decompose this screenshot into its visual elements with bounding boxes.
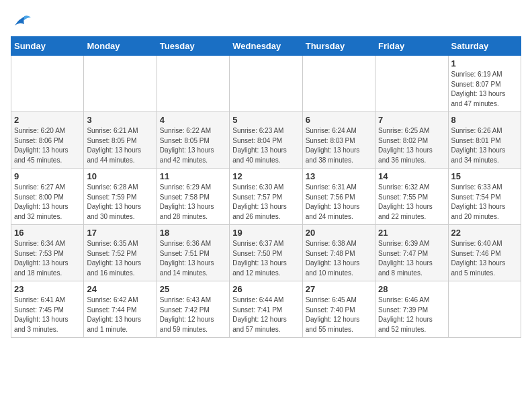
day-info: Sunrise: 6:45 AM Sunset: 7:40 PM Dayligh… [306,295,372,334]
day-number: 24 [87,284,153,294]
calendar-cell [230,56,302,112]
day-info: Sunrise: 6:28 AM Sunset: 7:59 PM Dayligh… [87,183,153,222]
day-number: 10 [87,171,153,181]
day-number: 26 [232,284,299,294]
calendar-cell: 22Sunrise: 6:40 AM Sunset: 7:46 PM Dayli… [448,225,521,281]
day-number: 21 [378,228,445,238]
calendar-week-row: 16Sunrise: 6:34 AM Sunset: 7:53 PM Dayli… [11,225,521,281]
calendar-cell: 4Sunrise: 6:22 AM Sunset: 8:05 PM Daylig… [157,112,229,169]
day-number: 12 [232,171,299,181]
day-info: Sunrise: 6:32 AM Sunset: 7:55 PM Dayligh… [378,183,445,222]
calendar-table: SundayMondayTuesdayWednesdayThursdayFrid… [11,36,521,338]
calendar-cell: 10Sunrise: 6:28 AM Sunset: 7:59 PM Dayli… [84,169,157,225]
day-info: Sunrise: 6:41 AM Sunset: 7:45 PM Dayligh… [14,295,81,334]
calendar-cell: 26Sunrise: 6:44 AM Sunset: 7:41 PM Dayli… [230,281,302,338]
weekday-header-monday: Monday [84,37,157,56]
calendar-cell [11,56,84,112]
day-number: 9 [14,171,81,181]
day-number: 13 [306,171,372,181]
day-number: 27 [306,284,372,294]
weekday-header-tuesday: Tuesday [157,37,229,56]
calendar-week-row: 1Sunrise: 6:19 AM Sunset: 8:07 PM Daylig… [11,56,521,112]
calendar-week-row: 9Sunrise: 6:27 AM Sunset: 8:00 PM Daylig… [11,169,521,225]
day-info: Sunrise: 6:40 AM Sunset: 7:46 PM Dayligh… [451,239,518,278]
calendar-cell: 28Sunrise: 6:46 AM Sunset: 7:39 PM Dayli… [375,281,448,338]
weekday-header-wednesday: Wednesday [230,37,302,56]
day-info: Sunrise: 6:25 AM Sunset: 8:02 PM Dayligh… [378,126,445,165]
calendar-cell: 16Sunrise: 6:34 AM Sunset: 7:53 PM Dayli… [11,225,84,281]
calendar-cell [448,281,521,338]
day-info: Sunrise: 6:38 AM Sunset: 7:48 PM Dayligh… [306,239,372,278]
day-info: Sunrise: 6:43 AM Sunset: 7:42 PM Dayligh… [160,295,226,334]
day-number: 25 [160,284,226,294]
day-info: Sunrise: 6:44 AM Sunset: 7:41 PM Dayligh… [232,295,299,334]
day-info: Sunrise: 6:20 AM Sunset: 8:06 PM Dayligh… [14,126,81,165]
calendar-cell: 24Sunrise: 6:42 AM Sunset: 7:44 PM Dayli… [84,281,157,338]
day-number: 22 [451,228,518,238]
calendar-cell: 1Sunrise: 6:19 AM Sunset: 8:07 PM Daylig… [448,56,521,112]
day-number: 2 [14,115,81,125]
calendar-cell: 6Sunrise: 6:24 AM Sunset: 8:03 PM Daylig… [302,112,375,169]
calendar-cell: 19Sunrise: 6:37 AM Sunset: 7:50 PM Dayli… [230,225,302,281]
weekday-header-row: SundayMondayTuesdayWednesdayThursdayFrid… [11,37,521,56]
calendar-cell: 23Sunrise: 6:41 AM Sunset: 7:45 PM Dayli… [11,281,84,338]
day-info: Sunrise: 6:33 AM Sunset: 7:54 PM Dayligh… [451,183,518,222]
day-number: 15 [451,171,518,181]
calendar-cell: 18Sunrise: 6:36 AM Sunset: 7:51 PM Dayli… [157,225,229,281]
day-number: 19 [232,228,299,238]
day-info: Sunrise: 6:46 AM Sunset: 7:39 PM Dayligh… [378,295,445,334]
calendar-cell: 8Sunrise: 6:26 AM Sunset: 8:01 PM Daylig… [448,112,521,169]
calendar-cell: 7Sunrise: 6:25 AM Sunset: 8:02 PM Daylig… [375,112,448,169]
weekday-header-sunday: Sunday [11,37,84,56]
day-number: 7 [378,115,445,125]
logo-bird-icon [12,13,31,28]
day-info: Sunrise: 6:42 AM Sunset: 7:44 PM Dayligh… [87,295,153,334]
day-number: 16 [14,228,81,238]
calendar-cell: 21Sunrise: 6:39 AM Sunset: 7:47 PM Dayli… [375,225,448,281]
day-info: Sunrise: 6:21 AM Sunset: 8:05 PM Dayligh… [87,126,153,165]
day-number: 4 [160,115,226,125]
calendar-cell [302,56,375,112]
day-info: Sunrise: 6:30 AM Sunset: 7:57 PM Dayligh… [232,183,299,222]
day-info: Sunrise: 6:39 AM Sunset: 7:47 PM Dayligh… [378,239,445,278]
calendar-cell: 9Sunrise: 6:27 AM Sunset: 8:00 PM Daylig… [11,169,84,225]
day-number: 23 [14,284,81,294]
logo [11,13,31,31]
day-info: Sunrise: 6:26 AM Sunset: 8:01 PM Dayligh… [451,126,518,165]
day-number: 6 [306,115,372,125]
calendar-cell: 13Sunrise: 6:31 AM Sunset: 7:56 PM Dayli… [302,169,375,225]
calendar-cell [84,56,157,112]
weekday-header-friday: Friday [375,37,448,56]
day-number: 14 [378,171,445,181]
calendar-cell: 11Sunrise: 6:29 AM Sunset: 7:58 PM Dayli… [157,169,229,225]
day-number: 28 [378,284,445,294]
day-number: 3 [87,115,153,125]
day-number: 17 [87,228,153,238]
calendar-cell: 27Sunrise: 6:45 AM Sunset: 7:40 PM Dayli… [302,281,375,338]
calendar-cell [157,56,229,112]
calendar-cell: 5Sunrise: 6:23 AM Sunset: 8:04 PM Daylig… [230,112,302,169]
day-info: Sunrise: 6:34 AM Sunset: 7:53 PM Dayligh… [14,239,81,278]
day-info: Sunrise: 6:23 AM Sunset: 8:04 PM Dayligh… [232,126,299,165]
day-info: Sunrise: 6:29 AM Sunset: 7:58 PM Dayligh… [160,183,226,222]
day-number: 1 [451,58,518,68]
day-number: 5 [232,115,299,125]
calendar-cell: 15Sunrise: 6:33 AM Sunset: 7:54 PM Dayli… [448,169,521,225]
day-info: Sunrise: 6:19 AM Sunset: 8:07 PM Dayligh… [451,70,518,109]
weekday-header-thursday: Thursday [302,37,375,56]
day-number: 11 [160,171,226,181]
day-info: Sunrise: 6:27 AM Sunset: 8:00 PM Dayligh… [14,183,81,222]
calendar-cell: 2Sunrise: 6:20 AM Sunset: 8:06 PM Daylig… [11,112,84,169]
calendar-cell: 17Sunrise: 6:35 AM Sunset: 7:52 PM Dayli… [84,225,157,281]
header [11,11,521,31]
weekday-header-saturday: Saturday [448,37,521,56]
calendar-cell: 25Sunrise: 6:43 AM Sunset: 7:42 PM Dayli… [157,281,229,338]
day-info: Sunrise: 6:24 AM Sunset: 8:03 PM Dayligh… [306,126,372,165]
calendar-cell [375,56,448,112]
day-info: Sunrise: 6:36 AM Sunset: 7:51 PM Dayligh… [160,239,226,278]
calendar-week-row: 2Sunrise: 6:20 AM Sunset: 8:06 PM Daylig… [11,112,521,169]
day-number: 8 [451,115,518,125]
day-number: 18 [160,228,226,238]
day-info: Sunrise: 6:35 AM Sunset: 7:52 PM Dayligh… [87,239,153,278]
calendar-cell: 3Sunrise: 6:21 AM Sunset: 8:05 PM Daylig… [84,112,157,169]
